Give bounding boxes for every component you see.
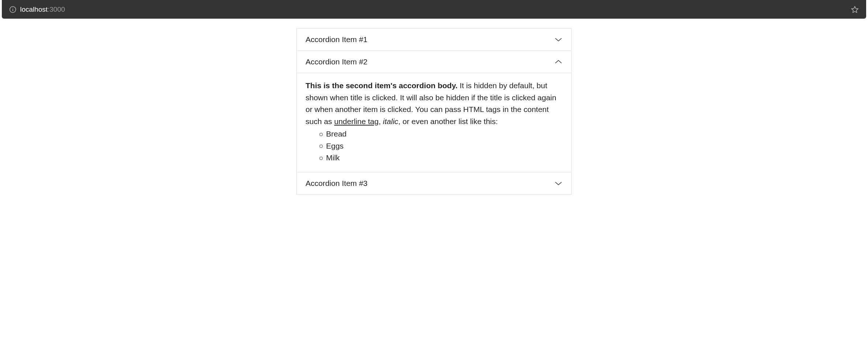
svg-point-2 (12, 8, 13, 8)
chevron-down-icon (554, 181, 562, 186)
accordion-item-3: Accordion Item #3 (297, 172, 571, 194)
body-text-2: , (379, 117, 383, 126)
body-list: Bread Eggs Milk (306, 128, 562, 164)
body-italic: italic (383, 117, 398, 126)
url-text[interactable]: localhost:3000 (20, 5, 65, 14)
accordion-header-2[interactable]: Accordion Item #2 (297, 51, 571, 73)
accordion-title-1: Accordion Item #1 (306, 35, 367, 44)
chevron-up-icon (554, 59, 562, 64)
chevron-down-icon (554, 37, 562, 42)
info-icon[interactable] (9, 6, 16, 13)
url-host: localhost (20, 5, 48, 13)
accordion-item-1: Accordion Item #1 (297, 29, 571, 51)
accordion-body-text: This is the second item's accordion body… (306, 80, 562, 127)
url-port: :3000 (48, 5, 65, 13)
accordion-item-2: Accordion Item #2 This is the second ite… (297, 51, 571, 172)
body-underline: underline tag (334, 117, 378, 126)
url-area[interactable]: localhost:3000 (9, 5, 851, 14)
accordion-header-1[interactable]: Accordion Item #1 (297, 29, 571, 51)
bookmark-star-icon[interactable] (851, 5, 859, 14)
list-item: Eggs (319, 140, 562, 152)
accordion-header-3[interactable]: Accordion Item #3 (297, 172, 571, 194)
body-bold: This is the second item's accordion body… (306, 81, 457, 90)
accordion-title-3: Accordion Item #3 (306, 179, 367, 188)
accordion: Accordion Item #1 Accordion Item #2 (296, 28, 572, 195)
body-text-3: , or even another list like this: (398, 117, 498, 126)
accordion-body-2: This is the second item's accordion body… (297, 73, 571, 172)
svg-marker-3 (852, 6, 858, 12)
accordion-title-2: Accordion Item #2 (306, 57, 367, 66)
list-item: Milk (319, 152, 562, 164)
page-content: Accordion Item #1 Accordion Item #2 (0, 19, 868, 195)
list-item: Bread (319, 128, 562, 140)
browser-address-bar: localhost:3000 (2, 0, 866, 19)
